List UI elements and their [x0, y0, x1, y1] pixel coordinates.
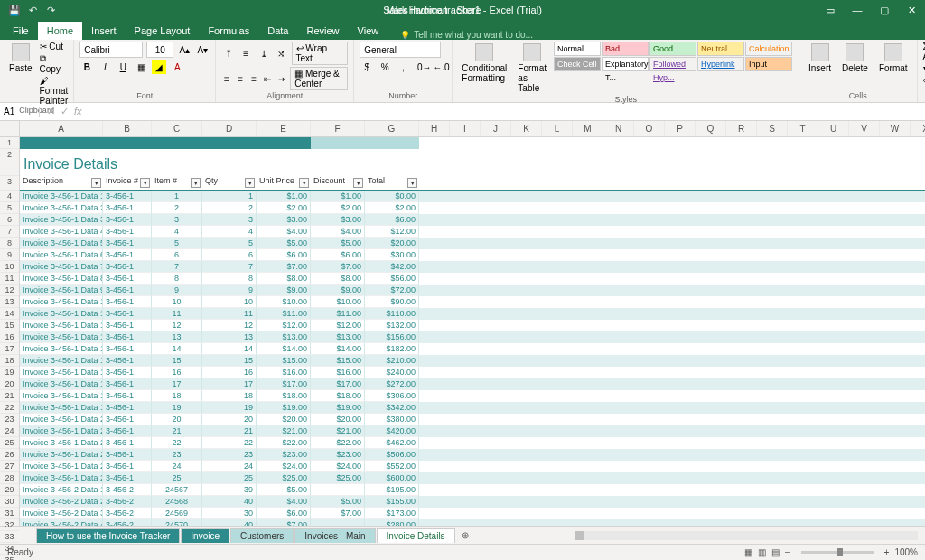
cell-unit-price[interactable]: $6.00: [257, 249, 311, 261]
table-row[interactable]: Invoice 3-456-1 Data 223-456-12222$22.00…: [20, 437, 925, 449]
cell-discount[interactable]: [311, 484, 365, 496]
cell-unit-price[interactable]: $22.00: [257, 437, 311, 449]
cell-qty[interactable]: 19: [202, 402, 257, 414]
font-color-button[interactable]: A: [170, 60, 184, 74]
cell-total[interactable]: $42.00: [365, 261, 419, 273]
cell-total[interactable]: $6.00: [365, 214, 419, 226]
cell-qty[interactable]: 14: [202, 343, 257, 355]
cell-invoice[interactable]: 3-456-1: [103, 472, 152, 484]
cell-item[interactable]: 24568: [152, 496, 202, 508]
cell-unit-price[interactable]: $25.00: [257, 472, 311, 484]
table-row[interactable]: Invoice 3-456-2 Data 13-456-22456739$5.0…: [20, 484, 925, 496]
cell-discount[interactable]: $23.00: [311, 449, 365, 461]
tab-view[interactable]: View: [349, 22, 388, 40]
col-header-R[interactable]: R: [726, 121, 757, 136]
cell-style-input[interactable]: Input: [745, 57, 792, 71]
cell-discount[interactable]: $1.00: [311, 191, 365, 202]
col-header-N[interactable]: N: [603, 121, 634, 136]
cell-style-bad[interactable]: Bad: [602, 42, 649, 56]
cell-description[interactable]: Invoice 3-456-1 Data 13: [20, 331, 103, 343]
cell-qty[interactable]: 4: [202, 226, 257, 238]
cell-discount[interactable]: $21.00: [311, 425, 365, 437]
cell-description[interactable]: Invoice 3-456-2 Data 4: [20, 519, 103, 526]
cell-item[interactable]: 24570: [152, 519, 202, 526]
cell-discount[interactable]: $5.00: [311, 238, 365, 249]
cell-unit-price[interactable]: $2.00: [257, 202, 311, 214]
row-header-26[interactable]: 26: [0, 449, 19, 461]
cell-unit-price[interactable]: $19.00: [257, 402, 311, 414]
cell-unit-price[interactable]: $15.00: [257, 355, 311, 367]
cell-description[interactable]: Invoice 3-456-1 Data 2: [20, 202, 103, 214]
cell-description[interactable]: Invoice 3-456-2 Data 2: [20, 496, 103, 508]
cell-style-calculation[interactable]: Calculation: [745, 42, 792, 56]
tab-page-layout[interactable]: Page Layout: [126, 22, 200, 40]
cell-style-explanatory-t-[interactable]: Explanatory T...: [602, 57, 649, 71]
cell-qty[interactable]: 8: [202, 273, 257, 285]
cell-qty[interactable]: 40: [202, 496, 257, 508]
cell-unit-price[interactable]: $21.00: [257, 425, 311, 437]
cell-unit-price[interactable]: $11.00: [257, 308, 311, 320]
cell-total[interactable]: $156.00: [365, 331, 419, 343]
cell-item[interactable]: 24: [152, 461, 202, 472]
cell-description[interactable]: Invoice 3-456-1 Data 22: [20, 437, 103, 449]
cell-total[interactable]: $552.00: [365, 461, 419, 472]
tab-home[interactable]: Home: [38, 22, 82, 40]
sheet-tab-invoice[interactable]: Invoice: [181, 528, 229, 543]
cell-description[interactable]: Invoice 3-456-1 Data 6: [20, 249, 103, 261]
cell-description[interactable]: Invoice 3-456-1 Data 10: [20, 296, 103, 308]
cell-item[interactable]: 8: [152, 273, 202, 285]
cell-total[interactable]: $195.00: [365, 484, 419, 496]
cell-discount[interactable]: $20.00: [311, 414, 365, 425]
cell-item[interactable]: 19: [152, 402, 202, 414]
cell-unit-price[interactable]: $1.00: [257, 191, 311, 202]
cell-description[interactable]: Invoice 3-456-1 Data 3: [20, 214, 103, 226]
align-top-icon[interactable]: ⤒: [221, 46, 235, 61]
cell-discount[interactable]: $25.00: [311, 472, 365, 484]
cut-button[interactable]: ✂ Cut: [40, 42, 69, 51]
filter-button-icon[interactable]: ▾: [299, 178, 309, 188]
col-header-T[interactable]: T: [788, 121, 818, 136]
cell-item[interactable]: 5: [152, 238, 202, 249]
border-button[interactable]: ▦: [134, 60, 148, 74]
cell-qty[interactable]: 25: [202, 472, 257, 484]
zoom-out-icon[interactable]: −: [785, 547, 790, 557]
row-header-20[interactable]: 20: [0, 378, 19, 390]
filter-button-icon[interactable]: ▾: [140, 178, 150, 188]
row-header-31[interactable]: 31: [0, 508, 19, 519]
fx-icon[interactable]: fx: [74, 106, 82, 117]
table-row[interactable]: Invoice 3-456-1 Data 153-456-11515$15.00…: [20, 355, 925, 367]
cell-unit-price[interactable]: $23.00: [257, 449, 311, 461]
table-row[interactable]: Invoice 3-456-1 Data 43-456-144$4.00$4.0…: [20, 226, 925, 238]
table-row[interactable]: Invoice 3-456-1 Data 33-456-133$3.00$3.0…: [20, 214, 925, 226]
cell-description[interactable]: Invoice 3-456-1 Data 24: [20, 461, 103, 472]
row-header-1[interactable]: 1: [0, 137, 19, 149]
sheet-tab-invoices-main[interactable]: Invoices - Main: [294, 528, 375, 543]
cell-total[interactable]: $132.00: [365, 320, 419, 331]
cell-description[interactable]: Invoice 3-456-1 Data 21: [20, 425, 103, 437]
page-layout-view-icon[interactable]: ▥: [758, 547, 766, 557]
cell-qty[interactable]: 11: [202, 308, 257, 320]
cell-unit-price[interactable]: $24.00: [257, 461, 311, 472]
cell-qty[interactable]: 2: [202, 202, 257, 214]
cell-item[interactable]: 9: [152, 285, 202, 296]
cell-description[interactable]: Invoice 3-456-1 Data 20: [20, 414, 103, 425]
cell-qty[interactable]: 5: [202, 238, 257, 249]
cell-total[interactable]: $506.00: [365, 449, 419, 461]
cell-discount[interactable]: $15.00: [311, 355, 365, 367]
cell-invoice[interactable]: 3-456-2: [103, 484, 152, 496]
row-header-22[interactable]: 22: [0, 402, 19, 414]
cell-unit-price[interactable]: $7.00: [257, 519, 311, 526]
row-header-11[interactable]: 11: [0, 273, 19, 285]
number-format-select[interactable]: [360, 42, 441, 58]
cell-item[interactable]: 12: [152, 320, 202, 331]
cell-qty[interactable]: 7: [202, 261, 257, 273]
cell-unit-price[interactable]: $17.00: [257, 378, 311, 390]
table-row[interactable]: Invoice 3-456-2 Data 23-456-22456840$4.0…: [20, 496, 925, 508]
row-header-6[interactable]: 6: [0, 214, 19, 226]
cell-description[interactable]: Invoice 3-456-1 Data 19: [20, 402, 103, 414]
cell-item[interactable]: 18: [152, 390, 202, 402]
spreadsheet-cells[interactable]: Invoice DetailsDescription▾Invoice #▾Ite…: [20, 137, 925, 526]
cell-discount[interactable]: $22.00: [311, 437, 365, 449]
cell-invoice[interactable]: 3-456-1: [103, 437, 152, 449]
cell-unit-price[interactable]: $9.00: [257, 285, 311, 296]
